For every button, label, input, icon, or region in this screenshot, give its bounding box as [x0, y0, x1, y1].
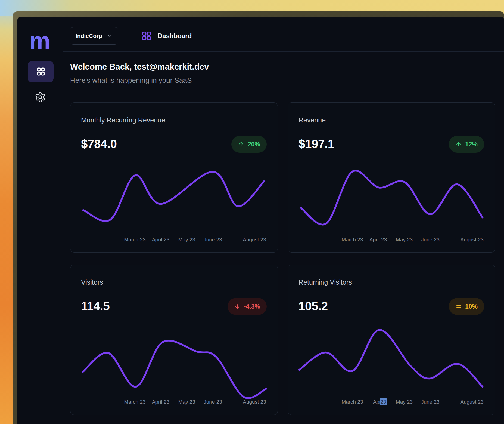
app-window: m	[13, 11, 504, 424]
x-axis-label: April 23	[373, 398, 383, 405]
stat-card-returning-visitors: Returning Visitors 105.2 10% March 23Apr…	[288, 265, 495, 415]
trend-badge: 12%	[449, 136, 484, 153]
main-area: IndieCorp	[63, 17, 504, 424]
selection-highlight: 23	[380, 398, 387, 405]
arrow-up-icon	[238, 141, 244, 148]
grid-icon	[36, 67, 45, 76]
x-axis-label: April 23	[152, 236, 169, 243]
x-axis-labels: March 23April 23May 23June 23August 23	[81, 398, 267, 405]
x-axis-labels: March 23April 23May 23June 23August 23	[81, 236, 267, 243]
team-name: IndieCorp	[76, 33, 102, 39]
x-axis-label: March 23	[341, 236, 363, 243]
x-axis-label: April 23	[152, 398, 169, 405]
app-header: IndieCorp	[63, 17, 504, 52]
trend-badge: 10%	[449, 298, 484, 315]
app-surface: m	[17, 17, 504, 424]
gear-icon	[35, 91, 46, 103]
card-title: Revenue	[298, 116, 326, 124]
x-axis-label: March 23	[124, 236, 145, 243]
x-axis-label: August 23	[460, 398, 484, 405]
x-axis-labels: March 23April 23May 23June 23August 23	[298, 398, 485, 405]
welcome-heading: Welcome Back, test@makerkit.dev	[70, 62, 209, 72]
x-axis-label: March 23	[341, 398, 363, 405]
x-axis-label: March 23	[124, 398, 145, 405]
stats-grid: Monthly Recurring Revenue $784.0 20% Mar…	[70, 102, 495, 415]
makerkit-logo: m	[17, 29, 62, 52]
chevron-down-icon	[107, 33, 113, 39]
sparkline-chart	[81, 321, 267, 400]
arrow-up-icon	[455, 141, 462, 148]
sparkline-chart	[298, 164, 485, 230]
page-title: Dashboard	[158, 31, 192, 41]
x-axis-label: June 23	[421, 236, 440, 243]
sidebar-item-settings[interactable]	[35, 91, 46, 103]
card-value: $784.0	[81, 136, 117, 152]
dashboard-icon	[141, 31, 152, 41]
x-axis-label: August 23	[243, 398, 266, 405]
stat-card-visitors: Visitors 114.5 -4.3% March 23April 23May…	[70, 265, 278, 415]
card-title: Returning Visitors	[298, 278, 352, 287]
x-axis-label: May 23	[396, 398, 413, 405]
trend-value: 20%	[248, 141, 260, 148]
x-axis-label: June 23	[204, 398, 222, 405]
x-axis-label: June 23	[204, 236, 222, 243]
welcome-subheading: Here's what is happening in your SaaS	[70, 76, 209, 85]
trend-value: -4.3%	[244, 303, 260, 310]
x-axis-label: April 23	[369, 236, 387, 243]
arrow-down-icon	[234, 303, 241, 310]
card-title: Monthly Recurring Revenue	[81, 116, 165, 124]
x-axis-label: May 23	[178, 236, 195, 243]
trend-badge: -4.3%	[228, 298, 267, 315]
card-title: Visitors	[81, 278, 103, 287]
x-axis-label: May 23	[396, 236, 413, 243]
card-value: 105.2	[298, 299, 328, 314]
x-axis-label: August 23	[243, 236, 266, 243]
sidebar: m	[17, 17, 63, 424]
trend-badge: 20%	[231, 136, 267, 153]
sidebar-item-dashboard[interactable]	[28, 61, 54, 82]
card-value: $197.1	[298, 136, 334, 152]
x-axis-label: June 23	[421, 398, 440, 405]
welcome-section: Welcome Back, test@makerkit.dev Here's w…	[70, 62, 209, 85]
sparkline-chart	[81, 164, 267, 230]
x-axis-label: May 23	[178, 398, 195, 405]
sparkline-chart	[298, 321, 485, 400]
breadcrumb: Dashboard	[141, 31, 192, 41]
x-axis-label: August 23	[460, 236, 484, 243]
card-value: 114.5	[81, 299, 110, 314]
team-switcher-button[interactable]: IndieCorp	[70, 27, 118, 45]
trend-value: 12%	[465, 141, 478, 148]
trend-value: 10%	[465, 303, 478, 310]
stat-card-revenue: Revenue $197.1 12% March 23April 23May 2…	[288, 102, 495, 253]
stat-card-mrr: Monthly Recurring Revenue $784.0 20% Mar…	[70, 102, 278, 253]
equals-icon	[455, 303, 462, 310]
x-axis-labels: March 23April 23May 23June 23August 23	[298, 236, 485, 243]
